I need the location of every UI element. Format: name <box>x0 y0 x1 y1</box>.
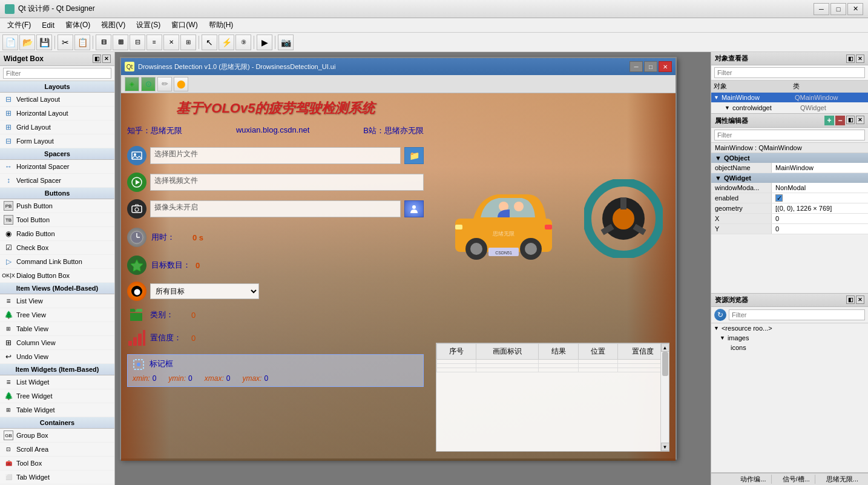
widget-check-box[interactable]: ☑ Check Box <box>0 241 114 255</box>
widget-column-view[interactable]: ⊞ Column View <box>0 336 114 350</box>
widget-box-float[interactable]: ◧ <box>93 54 101 63</box>
inner-tool-pointer[interactable]: ◈ <box>125 77 139 91</box>
widget-group-box[interactable]: GB Group Box <box>0 429 114 443</box>
prop-y-value[interactable]: 0 <box>772 224 868 234</box>
tree-item-controlwidget[interactable]: ▼ controlwidget QWidget <box>711 103 868 113</box>
widget-tool-button[interactable]: TB Tool Button <box>0 213 114 227</box>
resource-close[interactable]: ✕ <box>856 295 864 304</box>
enabled-checkbox[interactable]: ✓ <box>775 194 783 202</box>
prop-group-qwidget[interactable]: ▼ QWidget <box>711 173 868 183</box>
status-signal[interactable]: 信号/槽... <box>778 475 815 484</box>
menu-file[interactable]: 文件(F) <box>2 19 36 31</box>
new-button[interactable]: 📄 <box>2 35 18 50</box>
property-del-button[interactable]: − <box>835 116 845 125</box>
cut-button[interactable]: ✂ <box>58 35 73 50</box>
widget-filter-input[interactable] <box>3 68 111 79</box>
resource-filter-input[interactable] <box>729 309 865 320</box>
res-icons[interactable]: icons <box>711 343 868 352</box>
widget-h-spacer[interactable]: ↔ Horizontal Spacer <box>0 160 114 174</box>
menu-view[interactable]: 视图(V) <box>96 19 130 31</box>
menu-help[interactable]: 帮助(H) <box>204 19 238 31</box>
obj-inspector-float[interactable]: ◧ <box>846 54 855 63</box>
widget-table-widget[interactable]: ⊞ Table Widget <box>0 403 114 417</box>
widget-tab-widget[interactable]: ⬜ Tab Widget <box>0 470 114 484</box>
prop-geometry-value[interactable]: [(0, 0), 1226 × 769] <box>772 203 868 213</box>
category-buttons[interactable]: Buttons <box>0 188 114 199</box>
inner-minimize-button[interactable]: ─ <box>630 61 643 72</box>
menu-edit[interactable]: Edit <box>37 20 59 31</box>
copy-button[interactable]: 📋 <box>74 35 90 50</box>
select-video-icon-btn[interactable] <box>127 173 146 192</box>
maximize-button[interactable]: □ <box>830 3 846 15</box>
widget-v-spacer[interactable]: ↕ Vertical Spacer <box>0 174 114 188</box>
screenshot-button[interactable]: 📷 <box>278 35 294 50</box>
widget-scroll-area[interactable]: ⊡ Scroll Area <box>0 443 114 457</box>
property-filter-input[interactable] <box>714 130 865 140</box>
layout-break-button[interactable]: ✕ <box>163 35 179 50</box>
tree-item-mainwindow[interactable]: ▼ MainWindow QMainWindow <box>711 93 868 103</box>
prop-x-value[interactable]: 0 <box>772 214 868 223</box>
tree-arrow-control[interactable]: ▼ <box>725 105 730 111</box>
object-inspector-filter-input[interactable] <box>714 67 865 78</box>
widget-push-button[interactable]: PB Push Button <box>0 199 114 213</box>
layout-g-button[interactable]: ⊟ <box>130 35 145 50</box>
resource-refresh-btn[interactable]: ↻ <box>714 309 726 321</box>
widget-tree-view[interactable]: 🌲 Tree View <box>0 308 114 322</box>
layout-v-button[interactable]: ⊞ <box>113 35 128 50</box>
filter-dropdown[interactable]: 所有目标 <box>150 283 259 299</box>
select-image-input[interactable]: 选择图片文件 <box>150 147 401 164</box>
widget-grid-layout[interactable]: ⊞ Grid Layout <box>0 120 114 134</box>
menu-window[interactable]: 窗口(W) <box>166 19 202 31</box>
prop-editor-close[interactable]: ✕ <box>856 116 864 124</box>
tab-order-button[interactable]: ⑨ <box>235 35 251 50</box>
inner-tool-pencil[interactable]: ✏ <box>157 77 172 91</box>
select-video-input[interactable]: 选择视频文件 <box>150 174 424 191</box>
menu-form[interactable]: 窗体(O) <box>61 19 95 31</box>
tree-arrow-main[interactable]: ▼ <box>714 94 719 101</box>
prop-editor-float[interactable]: ◧ <box>846 116 855 124</box>
close-button[interactable]: ✕ <box>847 3 863 15</box>
widget-horizontal-layout[interactable]: ⊞ Horizontal Layout <box>0 107 114 120</box>
layout-h-button[interactable]: ⊟ <box>96 35 111 50</box>
layout-adj-button[interactable]: ⊞ <box>180 35 196 50</box>
layout-form-button[interactable]: ≡ <box>146 35 162 50</box>
widget-undo-view[interactable]: ↩ Undo View <box>0 350 114 364</box>
widget-form-layout[interactable]: ⊟ Form Layout <box>0 134 114 148</box>
scroll-down-arrow[interactable]: ▼ <box>661 443 669 451</box>
save-button[interactable]: 💾 <box>36 35 52 50</box>
status-action[interactable]: 动作编... <box>735 475 771 484</box>
camera-start-btn[interactable] <box>404 200 424 217</box>
widget-command-link[interactable]: ▷ Command Link Button <box>0 255 114 269</box>
widget-dialog-button[interactable]: OK|X Dialog Button Box <box>0 269 114 283</box>
status-extra[interactable]: 思绪无限... <box>821 475 863 484</box>
obj-inspector-close[interactable]: ✕ <box>856 54 864 63</box>
prop-windowmoda-value[interactable]: NonModal <box>772 183 868 193</box>
scroll-thumb[interactable] <box>662 352 668 376</box>
widget-list-view[interactable]: ≡ List View <box>0 294 114 308</box>
res-images[interactable]: ▼ images <box>711 333 868 343</box>
connect-button[interactable]: ⚡ <box>219 35 234 50</box>
widget-vertical-layout[interactable]: ⊟ Vertical Layout <box>0 93 114 107</box>
widget-list-widget[interactable]: ≡ List Widget <box>0 375 114 389</box>
category-layouts[interactable]: Layouts <box>0 81 114 93</box>
property-add-button[interactable]: + <box>824 116 834 125</box>
widget-tree-widget[interactable]: 🌲 Tree Widget <box>0 389 114 403</box>
inner-maximize-button[interactable]: □ <box>644 61 657 72</box>
image-folder-btn[interactable]: 📁 <box>404 147 424 164</box>
select-image-icon-btn[interactable] <box>127 146 146 165</box>
category-item-widgets[interactable]: Item Widgets (Item-Based) <box>0 364 114 375</box>
minimize-button[interactable]: ─ <box>814 3 829 15</box>
prop-objectname-value[interactable]: MainWindow <box>772 163 868 173</box>
camera-input[interactable]: 摄像头未开启 <box>150 200 401 217</box>
open-button[interactable]: 📂 <box>19 35 35 50</box>
inner-tool-orange[interactable]: ⬤ <box>174 77 188 91</box>
category-item-views[interactable]: Item Views (Model-Based) <box>0 283 114 294</box>
prop-group-qobject[interactable]: ▼ QObject <box>711 153 868 163</box>
inner-tool-target[interactable]: ⊙ <box>141 77 156 91</box>
resource-float[interactable]: ◧ <box>846 295 855 304</box>
widget-radio-button[interactable]: ◉ Radio Button <box>0 227 114 241</box>
camera-icon-btn[interactable] <box>127 199 146 219</box>
pointer-button[interactable]: ↖ <box>202 35 217 50</box>
prop-enabled-value[interactable]: ✓ <box>772 193 868 203</box>
widget-box-close[interactable]: ✕ <box>102 54 111 63</box>
